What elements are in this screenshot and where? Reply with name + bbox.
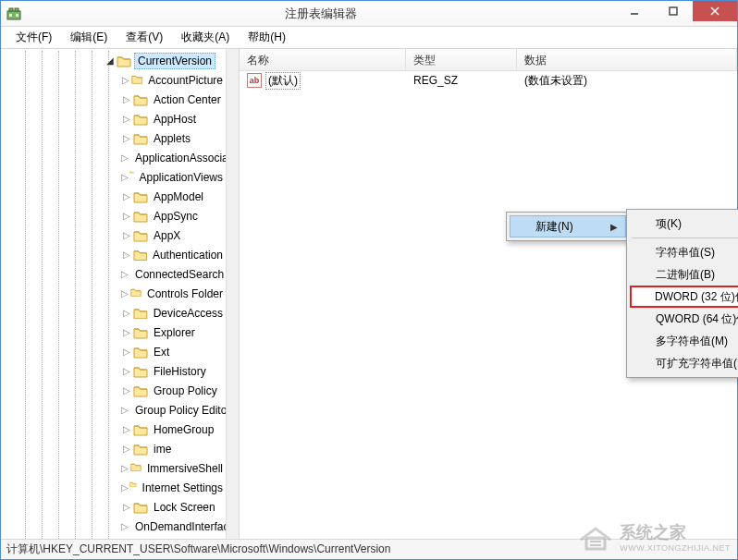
context-item-label: 字符串值(S) xyxy=(656,245,715,261)
tree-item-label: AccountPicture xyxy=(145,73,226,88)
context-item-label: 项(K) xyxy=(656,216,682,232)
regedit-window: 注册表编辑器 文件(F) 编辑(E) 查看(V) 收藏夹(A) 帮助(H) ◢C… xyxy=(0,0,738,560)
menu-file[interactable]: 文件(F) xyxy=(6,28,61,47)
folder-icon xyxy=(130,462,141,475)
expand-icon[interactable]: ▷ xyxy=(121,172,129,182)
expand-icon[interactable]: ▷ xyxy=(121,288,129,298)
tree-item[interactable]: ▷AppModel xyxy=(1,187,226,206)
folder-icon xyxy=(117,55,131,67)
status-path: 计算机\HKEY_CURRENT_USER\Software\Microsoft… xyxy=(6,542,390,557)
tree-item[interactable]: ▷Lock Screen xyxy=(1,497,226,517)
expand-icon[interactable]: ▷ xyxy=(121,152,129,163)
tree-pane: ◢CurrentVersion▷AccountPicture▷Action Ce… xyxy=(1,49,240,539)
context-item-label: 二进制值(B) xyxy=(656,267,715,283)
tree-item-label: Lock Screen xyxy=(151,500,218,515)
expand-icon[interactable]: ▷ xyxy=(121,230,132,240)
value-name: (默认) xyxy=(265,72,301,90)
folder-icon xyxy=(133,210,148,223)
expand-icon[interactable]: ▷ xyxy=(121,133,132,143)
tree-item-label: Ext xyxy=(151,345,172,359)
tree-item-label: Group Policy xyxy=(151,383,220,398)
tree-item[interactable]: ▷HomeGroup xyxy=(1,420,226,439)
minimize-button[interactable] xyxy=(615,1,654,21)
folder-icon xyxy=(133,190,148,203)
context-item-label: 可扩充字符串值(E) xyxy=(656,356,738,371)
tree-item[interactable]: ▷Explorer xyxy=(1,323,226,342)
context-item-binary[interactable]: 二进制值(B) xyxy=(630,263,738,286)
expand-icon[interactable]: ▷ xyxy=(121,250,132,260)
context-item-new[interactable]: 新建(N) ▶ xyxy=(510,215,626,237)
menu-favorites[interactable]: 收藏夹(A) xyxy=(172,28,239,47)
expand-icon[interactable]: ▷ xyxy=(121,463,129,473)
expand-icon[interactable]: ▷ xyxy=(121,424,132,434)
registry-tree[interactable]: ◢CurrentVersion▷AccountPicture▷Action Ce… xyxy=(1,51,226,539)
tree-item[interactable]: ▷Applets xyxy=(1,128,226,148)
col-data[interactable]: 数据 xyxy=(517,49,737,70)
expand-icon[interactable]: ▷ xyxy=(121,75,130,85)
tree-item[interactable]: ▷AppSync xyxy=(1,206,226,225)
expand-icon[interactable]: ▷ xyxy=(121,327,132,337)
expand-icon[interactable]: ▷ xyxy=(121,347,132,357)
tree-item[interactable]: ▷AppX xyxy=(1,225,226,245)
content-area: ◢CurrentVersion▷AccountPicture▷Action Ce… xyxy=(1,49,737,539)
tree-item[interactable]: ▷Ext xyxy=(1,342,226,361)
tree-item[interactable]: ▷Authentication xyxy=(1,245,226,264)
folder-icon xyxy=(133,384,148,397)
expand-icon[interactable]: ▷ xyxy=(121,502,132,512)
col-name[interactable]: 名称 xyxy=(240,49,406,70)
context-item-string[interactable]: 字符串值(S) xyxy=(630,241,738,263)
context-item-qword[interactable]: QWORD (64 位)值(Q) xyxy=(630,308,738,330)
tree-item[interactable]: ▷FileHistory xyxy=(1,361,226,381)
tree-item[interactable]: ▷Action Center xyxy=(1,90,226,109)
context-item-multi[interactable]: 多字符串值(M) xyxy=(630,330,738,352)
tree-item-selected[interactable]: ◢CurrentVersion xyxy=(1,51,226,70)
svg-rect-4 xyxy=(16,14,18,17)
expand-icon[interactable]: ▷ xyxy=(121,94,132,104)
expand-icon[interactable]: ▷ xyxy=(121,211,132,221)
list-row[interactable]: ab (默认) REG_SZ (数值未设置) xyxy=(240,71,737,90)
tree-item[interactable]: ▷Internet Settings xyxy=(1,478,226,497)
tree-item[interactable]: ▷ImmersiveShell xyxy=(1,458,226,478)
tree-item[interactable]: ▷AppHost xyxy=(1,109,226,128)
expand-icon[interactable]: ▷ xyxy=(121,521,129,531)
list-pane: 名称 类型 数据 ab (默认) REG_SZ (数值未设置) xyxy=(240,49,737,539)
maximize-button[interactable] xyxy=(654,1,693,21)
expand-icon[interactable]: ▷ xyxy=(121,482,129,493)
tree-item[interactable]: ▷Group Policy xyxy=(1,381,226,400)
tree-scrollbar[interactable] xyxy=(226,49,239,539)
submenu-arrow-icon: ▶ xyxy=(610,222,618,232)
tree-item[interactable]: ▷AccountPicture xyxy=(1,70,226,90)
tree-item[interactable]: ▷Group Policy Editor xyxy=(1,400,226,420)
expand-icon[interactable]: ▷ xyxy=(121,269,129,279)
expand-icon[interactable]: ▷ xyxy=(121,366,132,376)
context-item-label: 多字符串值(M) xyxy=(656,334,728,349)
context-item-dword[interactable]: DWORD (32 位)值(D) xyxy=(630,286,738,308)
tree-item[interactable]: ▷ApplicationAssociations xyxy=(1,148,226,167)
tree-item-label: Controls Folder xyxy=(144,286,226,301)
expand-icon[interactable]: ▷ xyxy=(121,385,132,396)
tree-item-label: HomeGroup xyxy=(151,422,216,437)
expand-icon[interactable]: ▷ xyxy=(121,114,132,124)
expand-icon[interactable]: ▷ xyxy=(121,308,132,318)
tree-item[interactable]: ▷ApplicationViews xyxy=(1,167,226,187)
expand-icon[interactable]: ▷ xyxy=(121,405,129,415)
close-button[interactable] xyxy=(693,1,737,21)
tree-item[interactable]: ▷DeviceAccess xyxy=(1,303,226,323)
expand-icon[interactable]: ▷ xyxy=(121,444,132,454)
list-body[interactable]: ab (默认) REG_SZ (数值未设置) 新建(N) ▶ xyxy=(240,71,737,539)
tree-item[interactable]: ▷Controls Folder xyxy=(1,284,226,303)
col-type[interactable]: 类型 xyxy=(406,49,517,70)
tree-item[interactable]: ▷ConnectedSearch xyxy=(1,264,226,284)
folder-icon xyxy=(133,229,148,242)
context-item-expand[interactable]: 可扩充字符串值(E) xyxy=(630,352,738,374)
collapse-icon[interactable]: ◢ xyxy=(105,55,116,66)
context-item-key[interactable]: 项(K) xyxy=(630,213,738,235)
expand-icon[interactable]: ▷ xyxy=(121,191,132,201)
menu-help[interactable]: 帮助(H) xyxy=(239,28,295,47)
tree-item[interactable]: ▷ime xyxy=(1,439,226,458)
context-item-label: DWORD (32 位)值(D) xyxy=(655,289,738,305)
menu-view[interactable]: 查看(V) xyxy=(117,28,172,47)
tree-item[interactable]: ▷OnDemandInterface xyxy=(1,517,226,536)
menu-edit[interactable]: 编辑(E) xyxy=(61,28,117,47)
tree-item-label: CurrentVersion xyxy=(134,53,215,69)
